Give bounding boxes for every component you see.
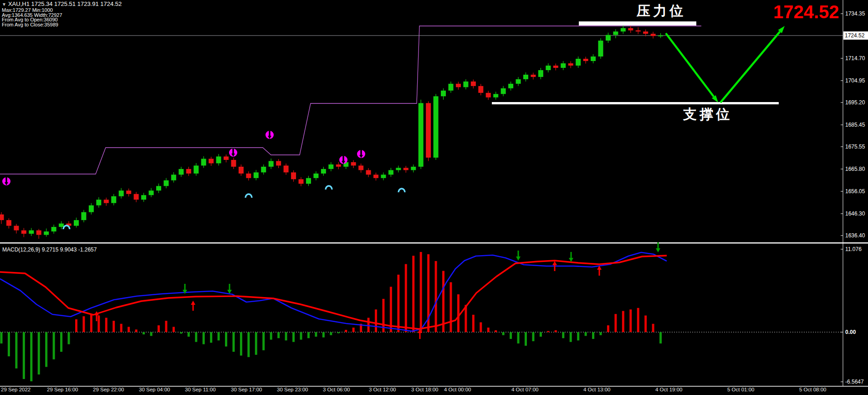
time-tick-label: 29 Sep 2022 — [1, 387, 31, 392]
current-price-axis-box: 1724.52 — [843, 31, 868, 40]
time-tick-label: 30 Sep 11:00 — [185, 387, 216, 392]
time-tick-label: 30 Sep 04:00 — [139, 387, 170, 392]
time-tick-label: 30 Sep 23:00 — [277, 387, 308, 392]
resistance-label: 压力位 — [637, 2, 732, 21]
price-tick-label: 1646.30 — [845, 210, 865, 217]
macd-panel — [0, 242, 843, 381]
price-tick-label: 1695.20 — [845, 99, 865, 106]
time-tick-label: 3 Oct 18:00 — [411, 387, 438, 392]
signal-markers — [2, 131, 405, 229]
price-tick-label: 1685.45 — [845, 122, 865, 128]
price-tick-label: 1714.70 — [845, 55, 865, 62]
support-resistance-bars — [492, 21, 779, 104]
time-tick-label: 4 Oct 13:00 — [583, 387, 610, 392]
target-price-callout: 1724.52 — [773, 2, 839, 22]
price-tick-label: 1665.80 — [845, 166, 865, 172]
chart-canvas[interactable] — [0, 0, 868, 395]
projection-v-arrow — [666, 26, 785, 103]
macd-indicator-label: MACD(12,26,9) 9.2715 9.9043 -1.2657 — [2, 246, 97, 253]
candlesticks — [0, 25, 663, 239]
time-tick-label: 4 Oct 07:00 — [511, 387, 538, 392]
price-tick-label: 1734.35 — [845, 10, 865, 17]
price-tick-label: 1675.55 — [845, 144, 865, 150]
price-tick-label: 1704.95 — [845, 77, 865, 84]
time-tick-label: 3 Oct 12:00 — [369, 387, 396, 392]
info-line-max-min: Max:1729.27 Min:1000 — [2, 8, 122, 13]
time-tick-label: 30 Sep 17:00 — [231, 387, 262, 392]
symbol-title-line: ▼XAU,H1 1725.34 1725.51 1723.91 1724.52 — [2, 0, 122, 8]
axis-frame[interactable] — [841, 0, 843, 386]
macd-tick-label: -6.5647 — [845, 379, 864, 385]
time-tick-label: 4 Oct 00:00 — [444, 387, 471, 392]
support-label: 支撑位 — [683, 105, 779, 124]
price-tick-label: 1636.40 — [845, 232, 865, 239]
time-tick-label: 29 Sep 22:00 — [93, 387, 124, 392]
chevron-down-icon[interactable]: ▼ — [2, 1, 6, 8]
symbol-info-block: ▼XAU,H1 1725.34 1725.51 1723.91 1724.52 … — [2, 0, 122, 27]
time-tick-label: 5 Oct 08:00 — [799, 387, 826, 392]
panel-separators — [0, 242, 868, 387]
channel-step-line — [0, 26, 701, 174]
info-line-avg-close: From Avg to Close:35989 — [2, 22, 122, 27]
macd-tick-label: 11.076 — [845, 246, 862, 252]
trading-chart-window: ▼XAU,H1 1725.34 1725.51 1723.91 1724.52 … — [0, 0, 868, 395]
info-line-avg-open: From Avg to Open:36090 — [2, 17, 122, 22]
time-tick-label: 29 Sep 16:00 — [47, 387, 78, 392]
time-tick-label: 3 Oct 06:00 — [323, 387, 350, 392]
symbol-ohlc-text: XAU,H1 1725.34 1725.51 1723.91 1724.52 — [8, 0, 122, 7]
time-tick-label: 4 Oct 19:00 — [655, 387, 682, 392]
macd-tick-label: 0.00 — [845, 329, 856, 335]
price-tick-label: 1656.05 — [845, 188, 865, 195]
time-tick-label: 5 Oct 01:00 — [727, 387, 754, 392]
